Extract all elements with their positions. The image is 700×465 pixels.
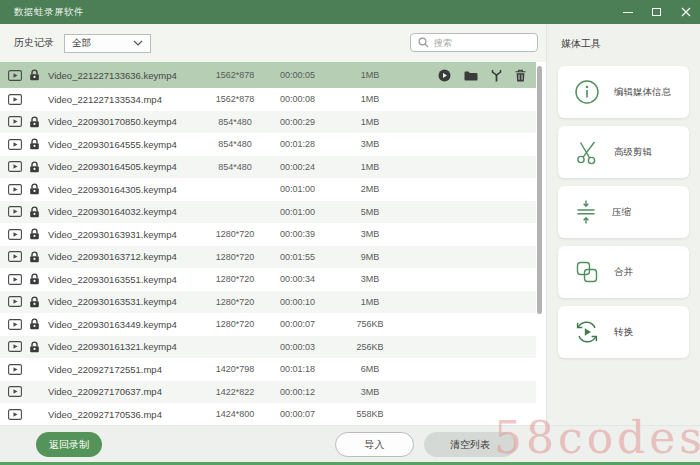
history-filter-value: 全部 — [72, 37, 91, 50]
scissors-icon — [573, 138, 601, 166]
file-name: Video_220930163712.keymp4 — [48, 251, 200, 262]
file-duration: 00:00:05 — [270, 70, 325, 80]
video-file-icon — [8, 319, 22, 330]
tool-advanced-clip[interactable]: 高级剪辑 — [558, 126, 689, 178]
table-row[interactable]: Video_221227133636.keymp4 1562*878 00:00… — [0, 62, 536, 88]
lock-icon — [29, 318, 42, 330]
maximize-icon[interactable] — [642, 0, 671, 24]
video-file-icon — [8, 94, 22, 105]
file-size: 3MB — [325, 387, 415, 397]
tool-edit-media-info[interactable]: 编辑媒体信息 — [558, 66, 689, 118]
file-name: Video_220930164032.keymp4 — [48, 206, 200, 217]
tool-convert[interactable]: 转换 — [558, 306, 689, 358]
file-name: Video_220930164555.keymp4 — [48, 139, 200, 150]
table-row[interactable]: Video_220930163931.keymp4 1280*720 00:00… — [0, 223, 536, 246]
window-title: 数据蛙录屏软件 — [14, 6, 84, 19]
table-row[interactable]: Video_220930163551.keymp4 1280*720 00:00… — [0, 268, 536, 291]
import-button[interactable]: 导入 — [335, 432, 414, 457]
row-actions — [415, 69, 536, 82]
titlebar: 数据蛙录屏软件 — [0, 0, 700, 24]
file-size: 558KB — [325, 409, 415, 419]
table-row[interactable]: Video_220930170850.keymp4 854*480 00:00:… — [0, 111, 536, 134]
table-row[interactable]: Video_221227133534.mp4 1562*878 00:00:08… — [0, 88, 536, 111]
file-size: 1MB — [325, 70, 415, 80]
scrollbar-thumb[interactable] — [537, 66, 542, 314]
file-size: 2MB — [325, 184, 415, 194]
lock-icon — [29, 206, 42, 218]
toolbar: 历史记录 全部 — [0, 24, 546, 62]
panel-title: 媒体工具 — [561, 37, 700, 51]
minimize-icon[interactable] — [613, 0, 642, 24]
video-file-icon — [8, 161, 22, 172]
close-icon[interactable] — [671, 0, 700, 24]
file-resolution: 854*480 — [200, 162, 270, 172]
lock-icon — [29, 273, 42, 285]
back-to-record-button[interactable]: 返回录制 — [36, 432, 102, 457]
file-resolution: 854*480 — [200, 139, 270, 149]
file-size: 3MB — [325, 139, 415, 149]
file-name: Video_220930163531.keymp4 — [48, 296, 200, 307]
history-filter-dropdown[interactable]: 全部 — [64, 34, 151, 53]
table-row[interactable]: Video_220930164505.keymp4 854*480 00:00:… — [0, 156, 536, 179]
history-label: 历史记录 — [14, 36, 54, 50]
tool-compress[interactable]: 压缩 — [558, 186, 689, 238]
search-input[interactable] — [434, 38, 530, 48]
table-row[interactable]: Video_220927172551.mp4 1420*798 00:01:18… — [0, 358, 536, 381]
table-row[interactable]: Video_220927170536.mp4 1424*800 00:00:07… — [0, 403, 536, 425]
file-size: 1MB — [325, 94, 415, 104]
file-resolution: 1420*798 — [200, 364, 270, 374]
file-size: 256KB — [325, 342, 415, 352]
search-icon — [418, 37, 429, 48]
file-resolution: 1424*800 — [200, 409, 270, 419]
file-name: Video_220930163551.keymp4 — [48, 274, 200, 285]
file-name: Video_221227133534.mp4 — [48, 94, 200, 105]
table-row[interactable]: Video_220930164032.keymp4 00:01:00 5MB — [0, 201, 536, 224]
lock-icon — [29, 138, 42, 150]
wrench-icon[interactable] — [491, 69, 502, 82]
video-file-icon — [8, 341, 22, 352]
file-name: Video_220927172551.mp4 — [48, 364, 200, 375]
file-size: 1MB — [325, 297, 415, 307]
video-file-icon — [8, 70, 22, 81]
file-size: 3MB — [325, 229, 415, 239]
lock-icon — [29, 69, 42, 81]
folder-icon[interactable] — [464, 70, 478, 81]
file-duration: 00:00:07 — [270, 409, 325, 419]
table-row[interactable]: Video_220930163712.keymp4 1280*720 00:01… — [0, 246, 536, 269]
lock-icon — [29, 161, 42, 173]
video-file-icon — [8, 274, 22, 285]
video-file-icon — [8, 139, 22, 150]
file-duration: 00:00:12 — [270, 387, 325, 397]
table-row[interactable]: Video_220930163449.keymp4 1280*720 00:00… — [0, 313, 536, 336]
file-duration: 00:00:07 — [270, 319, 325, 329]
info-icon — [573, 78, 601, 106]
file-duration: 00:00:10 — [270, 297, 325, 307]
file-size: 9MB — [325, 252, 415, 262]
table-row[interactable]: Video_220927170637.mp4 1422*822 00:00:12… — [0, 381, 536, 404]
table-row[interactable]: Video_220930161321.keymp4 00:00:03 256KB — [0, 336, 536, 359]
lock-icon — [29, 116, 42, 128]
video-file-icon — [8, 409, 22, 420]
table-row[interactable]: Video_220930164305.keymp4 00:01:00 2MB — [0, 178, 536, 201]
file-name: Video_220930161321.keymp4 — [48, 341, 200, 352]
trash-icon[interactable] — [515, 69, 526, 82]
lock-icon — [29, 228, 42, 240]
tool-merge[interactable]: 合并 — [558, 246, 689, 298]
file-size: 3MB — [325, 274, 415, 284]
file-resolution: 1280*720 — [200, 319, 270, 329]
lock-icon — [29, 296, 42, 308]
tool-cards: 编辑媒体信息 高级剪辑 压缩 合并 — [547, 66, 700, 358]
file-name: Video_220927170637.mp4 — [48, 386, 200, 397]
clear-list-button[interactable]: 清空列表 — [424, 432, 516, 457]
file-resolution: 1280*720 — [200, 274, 270, 284]
video-file-icon — [8, 296, 22, 307]
video-file-icon — [8, 386, 22, 397]
file-resolution: 1280*720 — [200, 297, 270, 307]
table-row[interactable]: Video_220930163531.keymp4 1280*720 00:00… — [0, 291, 536, 314]
tool-label: 压缩 — [612, 206, 631, 219]
play-icon[interactable] — [438, 69, 451, 82]
file-list: Video_221227133636.keymp4 1562*878 00:00… — [0, 62, 546, 425]
video-file-icon — [8, 251, 22, 262]
file-resolution: 1562*878 — [200, 70, 270, 80]
table-row[interactable]: Video_220930164555.keymp4 854*480 00:01:… — [0, 133, 536, 156]
